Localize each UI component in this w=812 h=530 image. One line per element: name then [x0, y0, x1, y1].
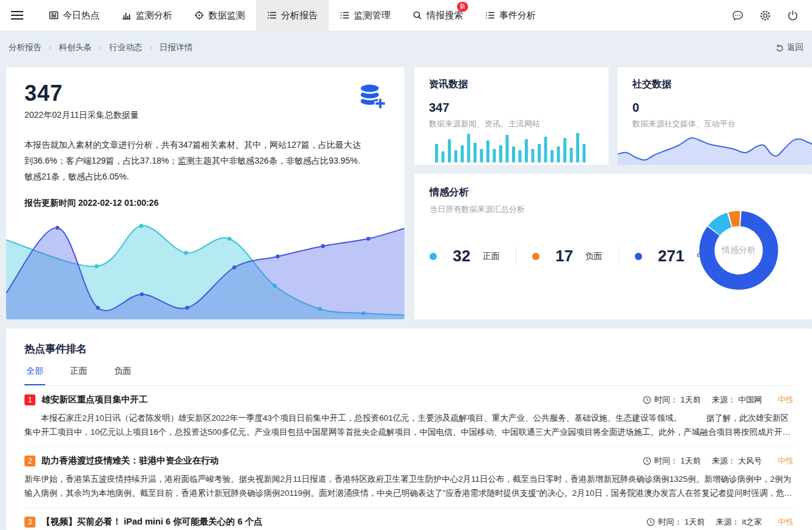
sentiment-tag: 中性: [778, 517, 794, 528]
updated-label: 报告更新时间: [24, 198, 76, 208]
clock-icon: [646, 518, 655, 526]
updated-time: 2022-02-12 01:00:26: [78, 198, 159, 208]
breadcrumb-separator: ›: [150, 43, 152, 52]
news-card-title: 资讯数据: [429, 78, 594, 91]
report-description: 本报告就加入素材的文章进行分析，共有347篇相关素材。其中，网站127篇，占比最…: [24, 137, 386, 184]
target-icon: [194, 10, 204, 20]
database-plus-icon: [358, 83, 386, 110]
sentiment-tag: 中性: [778, 394, 794, 405]
event-title[interactable]: 助力香港渡过疫情难关：驻港中资企业在行动: [42, 455, 219, 466]
tab-positive[interactable]: 正面: [68, 366, 89, 385]
legend-positive: 32 正面: [430, 247, 500, 266]
source-label: 来源：: [716, 517, 740, 528]
hot-events-tabs: 全部 正面 负面: [24, 366, 794, 386]
source-value: 中国网: [738, 394, 762, 405]
nav-item-data-monitor[interactable]: 数据监测: [183, 0, 256, 31]
event-item-3: 3 【视频】买前必看！ iPad mini 6 你可能最关心的 6 个点 时间：…: [24, 508, 794, 530]
nav-item-monitor-manage[interactable]: 监测管理: [329, 0, 401, 31]
sentiment-tag: 中性: [778, 456, 794, 466]
breadcrumb-item[interactable]: 科创头条: [59, 42, 92, 53]
social-card-value: 0: [632, 101, 797, 115]
sentiment-analysis-card: 情感分析 当日所有数据来源汇总分析 32 正面 17 负面: [414, 174, 812, 319]
time-value: 1天前: [681, 394, 701, 405]
negative-label: 负面: [585, 251, 602, 262]
donut-center-label: 情感分析: [696, 208, 781, 293]
rank-badge: 3: [24, 517, 35, 528]
tab-negative[interactable]: 负面: [112, 366, 133, 385]
news-icon: [49, 10, 59, 20]
breadcrumb: 分析报告 › 科创头条 › 行业动态 › 日报详情: [9, 42, 192, 53]
event-title[interactable]: 雄安新区重点项目集中开工: [42, 394, 148, 405]
source-label: 来源：: [712, 456, 736, 466]
neutral-count: 271: [658, 247, 684, 266]
positive-label: 正面: [483, 251, 500, 262]
nav-item-hot-today[interactable]: 今日热点: [38, 0, 111, 31]
source-label: 来源：: [712, 394, 736, 405]
nav-item-event-analysis[interactable]: 事件分析: [474, 0, 547, 31]
event-title[interactable]: 【视频】买前必看！ iPad mini 6 你可能最关心的 6 个点: [42, 516, 263, 528]
breadcrumb-separator: ›: [49, 43, 51, 52]
search-icon: [412, 10, 422, 20]
new-badge: 新: [457, 2, 468, 12]
news-bar-chart: [434, 128, 588, 162]
top-navbar: 今日热点 监测分析 数据监测 分析报告 监测管理: [0, 0, 812, 31]
breadcrumb-item[interactable]: 日报详情: [159, 42, 192, 53]
legend-divider: [516, 247, 516, 266]
main-area-chart: [6, 219, 404, 319]
nav-item-monitor-analysis[interactable]: 监测分析: [111, 0, 183, 31]
nav-item-analysis-report[interactable]: 分析报告: [256, 0, 329, 31]
rank-badge: 1: [24, 394, 35, 405]
nav-item-intel-search[interactable]: 情报搜索 新: [401, 0, 474, 31]
power-icon[interactable]: [787, 10, 799, 21]
neutral-dot-icon: [635, 253, 642, 260]
breadcrumb-separator: ›: [99, 43, 101, 52]
total-count: 347: [24, 81, 386, 106]
event-list-icon: [485, 10, 495, 20]
negative-count: 17: [555, 247, 573, 266]
settings-gear-icon[interactable]: [759, 10, 771, 21]
manage-list-icon: [340, 10, 349, 20]
return-arrow-icon: [775, 43, 784, 52]
back-label: 返回: [787, 42, 803, 53]
legend-divider: [618, 247, 619, 266]
social-data-card: 社交数据 0 数据来源社交媒体、互动平台: [618, 67, 812, 165]
positive-dot-icon: [430, 253, 437, 260]
time-label: 时间：: [654, 456, 678, 466]
sentiment-card-title: 情感分析: [430, 186, 797, 199]
message-icon[interactable]: [732, 10, 744, 21]
clock-icon: [643, 396, 651, 404]
social-card-title: 社交数据: [632, 78, 797, 91]
breadcrumb-item[interactable]: 行业动态: [109, 42, 142, 53]
positive-count: 32: [453, 247, 470, 266]
time-label: 时间：: [658, 517, 682, 528]
breadcrumb-bar: 分析报告 › 科创头条 › 行业动态 › 日报详情 返回: [0, 31, 812, 64]
nav-label: 监测管理: [354, 10, 390, 21]
bar-chart-icon: [122, 10, 131, 20]
nav-label: 今日热点: [63, 10, 100, 21]
hot-events-title: 热点事件排名: [24, 342, 794, 356]
nav-label: 数据监测: [208, 10, 245, 21]
hamburger-menu-icon[interactable]: [11, 10, 23, 20]
daily-summary-card: 347 2022年02月11日采集总数据量 本报告就加入素材的文章进行分析，共有…: [6, 67, 404, 319]
source-value: it之家: [742, 517, 763, 528]
event-summary: 新年伊始，香港第五波疫情持续升温，港府面临严峻考验。据央视新闻2月11日报道，香…: [24, 472, 794, 500]
sentiment-donut-chart: 情感分析: [696, 208, 781, 293]
source-value: 大风号: [738, 456, 762, 466]
back-button[interactable]: 返回: [775, 42, 803, 53]
social-line-chart: [618, 128, 812, 165]
time-label: 时间：: [654, 394, 678, 405]
news-data-card: 资讯数据 347 数据来源新闻、资讯、主流网站: [414, 67, 609, 165]
hot-events-card: 热点事件排名 全部 正面 负面 1 雄安新区重点项目集中开工 时间：1天前 来源…: [6, 329, 812, 530]
breadcrumb-item[interactable]: 分析报告: [9, 42, 42, 53]
nav-label: 分析报告: [281, 10, 318, 21]
nav-label: 事件分析: [499, 10, 536, 21]
time-value: 1天前: [681, 456, 701, 466]
nav-label: 情报搜索: [426, 10, 463, 21]
event-summary: 本报石家庄2月10日讯（记者陈发明）雄安新区2022年一季度43个项目日前集中开…: [24, 411, 794, 439]
report-icon: [267, 10, 277, 20]
rank-badge: 2: [24, 456, 35, 466]
total-count-subtitle: 2022年02月11日采集总数据量: [24, 110, 386, 121]
news-card-value: 347: [429, 101, 594, 115]
event-item-2: 2 助力香港渡过疫情难关：驻港中资企业在行动 时间：1天前 来源：大风号 中性 …: [24, 447, 794, 508]
tab-all[interactable]: 全部: [24, 366, 45, 385]
